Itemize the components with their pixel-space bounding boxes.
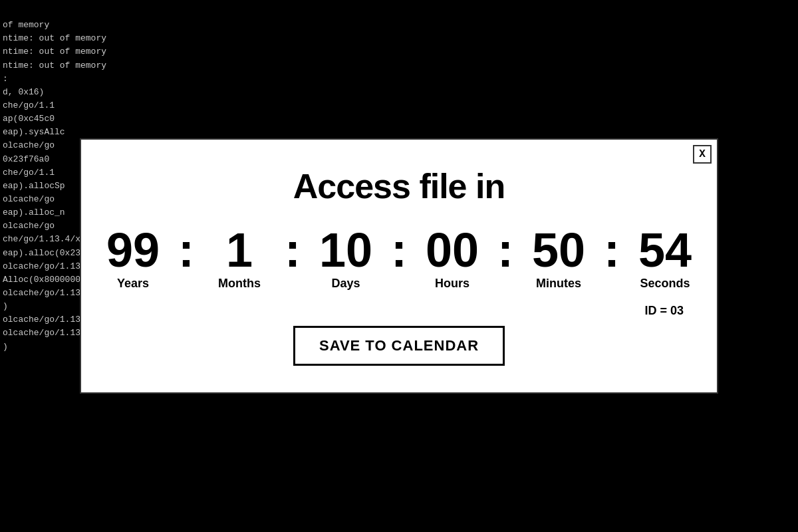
- modal-overlay: X Access file in 99 Years : 1 Months : 1…: [0, 0, 798, 532]
- years-value: 99: [106, 226, 160, 274]
- countdown-minutes: 50 Minutes: [519, 226, 598, 291]
- hours-value: 00: [426, 226, 479, 274]
- separator-1: :: [173, 226, 200, 274]
- seconds-label: Seconds: [640, 277, 690, 291]
- close-button[interactable]: X: [693, 145, 712, 164]
- days-value: 10: [319, 226, 372, 274]
- minutes-value: 50: [532, 226, 585, 274]
- countdown-hours: 00 Hours: [412, 226, 492, 291]
- seconds-value: 54: [638, 226, 692, 274]
- countdown-years: 99 Years: [93, 226, 173, 291]
- modal-dialog: X Access file in 99 Years : 1 Months : 1…: [80, 138, 718, 394]
- countdown-seconds: 54 Seconds: [625, 226, 705, 291]
- months-value: 1: [226, 226, 253, 274]
- separator-2: :: [279, 226, 306, 274]
- modal-id: ID = 03: [644, 304, 684, 318]
- hours-label: Hours: [435, 277, 469, 291]
- separator-3: :: [386, 226, 412, 274]
- minutes-label: Minutes: [536, 277, 581, 291]
- months-label: Months: [218, 277, 261, 291]
- years-label: Years: [117, 277, 149, 291]
- countdown-row: 99 Years : 1 Months : 10 Days : 00 Hours…: [93, 226, 705, 291]
- save-to-calendar-button[interactable]: SAVE TO CALENDAR: [293, 326, 505, 366]
- separator-5: :: [598, 226, 625, 274]
- separator-4: :: [492, 226, 519, 274]
- days-label: Days: [332, 277, 360, 291]
- countdown-months: 1 Months: [200, 226, 279, 291]
- modal-title: Access file in: [293, 166, 505, 206]
- countdown-days: 10 Days: [306, 226, 386, 291]
